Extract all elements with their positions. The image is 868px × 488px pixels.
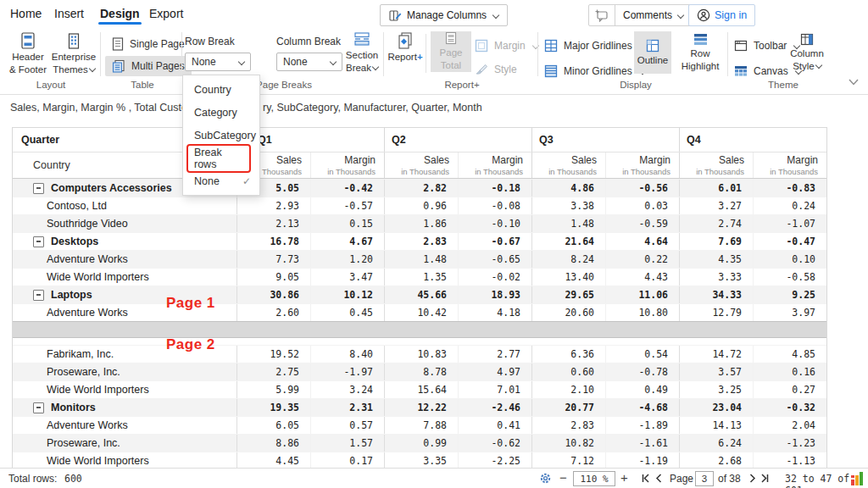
value-cell[interactable]: -0.10 <box>458 215 531 232</box>
value-cell[interactable]: 0.15 <box>310 215 384 232</box>
value-cell[interactable]: 2.83 <box>384 233 458 250</box>
value-cell[interactable]: 18.93 <box>458 286 531 303</box>
value-cell[interactable]: 0.99 <box>384 435 458 452</box>
value-cell[interactable]: 19.52 <box>236 346 310 363</box>
tab-home[interactable]: Home <box>10 7 42 20</box>
previous-page-button[interactable] <box>654 474 664 483</box>
value-cell[interactable]: 7.69 <box>679 233 753 250</box>
table-row[interactable]: Wide World Importers5.993.2415.647.012.1… <box>13 380 826 398</box>
value-cell[interactable]: 10.82 <box>531 435 605 452</box>
value-cell[interactable]: 2.60 <box>236 304 310 321</box>
value-cell[interactable]: 0.41 <box>458 417 531 434</box>
value-cell[interactable]: -4.68 <box>605 399 679 416</box>
table-row[interactable]: Adventure Works2.600.4510.424.1820.6010.… <box>13 303 826 321</box>
table-row[interactable]: Contoso, Ltd2.93-0.570.96-0.083.380.033.… <box>13 197 826 214</box>
value-cell[interactable]: 3.97 <box>753 304 826 321</box>
table-row[interactable]: Desktops16.784.672.83-0.6721.644.647.69-… <box>13 232 826 250</box>
value-cell[interactable]: 0.16 <box>753 363 826 380</box>
collapse-icon[interactable] <box>33 402 44 413</box>
value-cell[interactable]: 3.38 <box>531 197 605 214</box>
table-row[interactable]: Fabrikam, Inc.19.528.4010.832.776.360.54… <box>13 345 826 363</box>
value-cell[interactable]: 6.01 <box>679 180 753 197</box>
multi-pages-button[interactable]: Multi Pages <box>105 56 192 76</box>
row-highlight-button[interactable]: Row Highlight <box>676 33 724 73</box>
value-cell[interactable]: 8.78 <box>384 363 458 380</box>
comments-button[interactable]: Comments <box>588 4 692 26</box>
page-number-input[interactable] <box>695 471 714 486</box>
settings-gear-icon[interactable] <box>539 472 552 485</box>
zoom-out-button[interactable]: − <box>559 470 567 485</box>
value-cell[interactable]: 10.12 <box>310 286 384 303</box>
value-cell[interactable]: 3.33 <box>679 269 753 286</box>
value-cell[interactable]: -1.23 <box>753 435 826 452</box>
value-cell[interactable]: 2.74 <box>679 215 753 232</box>
column-header-q4-sales[interactable]: Salesin Thousands <box>679 152 753 178</box>
value-cell[interactable]: 10.80 <box>605 304 679 321</box>
value-cell[interactable]: 3.57 <box>679 363 753 380</box>
value-cell[interactable]: 0.57 <box>310 417 384 434</box>
row-label-cell[interactable]: Contoso, Ltd <box>13 197 236 214</box>
value-cell[interactable]: -0.02 <box>458 269 531 286</box>
column-header-q2-margin[interactable]: Marginin Thousands <box>458 152 531 178</box>
value-cell[interactable]: 4.43 <box>605 269 679 286</box>
value-cell[interactable]: 0.17 <box>310 452 384 469</box>
dropdown-item-none[interactable]: None✓ <box>183 169 259 192</box>
value-cell[interactable]: -2.25 <box>458 452 531 469</box>
value-cell[interactable]: 30.86 <box>236 286 310 303</box>
value-cell[interactable]: 10.42 <box>384 304 458 321</box>
value-cell[interactable]: 7.01 <box>458 381 531 398</box>
value-cell[interactable]: 21.64 <box>531 233 605 250</box>
value-cell[interactable]: -1.07 <box>753 215 826 232</box>
dropdown-item-break-rows[interactable]: Break rows <box>183 147 259 169</box>
value-cell[interactable]: 3.35 <box>384 452 458 469</box>
manage-columns-button[interactable]: Manage Columns <box>380 4 508 26</box>
value-cell[interactable]: -2.46 <box>458 399 531 416</box>
header-footer-button[interactable]: Header & Footer <box>7 32 49 76</box>
tab-insert[interactable]: Insert <box>54 7 84 20</box>
value-cell[interactable]: 9.25 <box>753 286 826 303</box>
table-row[interactable]: Laptops30.8610.1245.6618.9329.6511.0634.… <box>13 286 826 303</box>
value-cell[interactable]: 20.60 <box>531 304 605 321</box>
margin-button[interactable]: Margin <box>475 37 538 54</box>
row-label-cell[interactable]: Monitors <box>13 399 236 416</box>
value-cell[interactable]: 14.13 <box>679 417 753 434</box>
table-row[interactable]: Adventure Works7.731.201.48-0.658.240.22… <box>13 250 826 268</box>
table-row[interactable]: Wide World Importers9.053.471.35-0.0213.… <box>13 268 826 286</box>
value-cell[interactable]: 2.04 <box>753 417 826 434</box>
value-cell[interactable]: -1.61 <box>605 435 679 452</box>
column-header-q3-sales[interactable]: Salesin Thousands <box>531 152 605 178</box>
major-gridlines-button[interactable]: Major Gridlines <box>544 37 645 54</box>
value-cell[interactable]: -0.83 <box>753 180 826 197</box>
value-cell[interactable]: 1.20 <box>310 251 384 268</box>
value-cell[interactable]: 1.86 <box>384 215 458 232</box>
last-page-button[interactable] <box>760 474 770 483</box>
table-row[interactable]: Wide World Importers4.450.173.35-2.257.1… <box>13 452 826 469</box>
column-header-q1-margin[interactable]: Marginin Thousands <box>310 152 384 178</box>
value-cell[interactable]: -0.65 <box>458 251 531 268</box>
row-label-cell[interactable]: Adventure Works <box>13 251 236 268</box>
value-cell[interactable]: 0.49 <box>605 381 679 398</box>
value-cell[interactable]: -0.67 <box>458 233 531 250</box>
tab-design[interactable]: Design <box>100 7 140 20</box>
column-header-q2-sales[interactable]: Salesin Thousands <box>384 152 458 178</box>
value-cell[interactable]: -0.78 <box>605 363 679 380</box>
value-cell[interactable]: 0.54 <box>605 346 679 363</box>
value-cell[interactable]: 3.47 <box>310 269 384 286</box>
value-cell[interactable]: 0.22 <box>605 251 679 268</box>
zoom-in-button[interactable]: + <box>620 470 628 485</box>
value-cell[interactable]: -0.32 <box>753 399 826 416</box>
value-cell[interactable]: 45.66 <box>384 286 458 303</box>
value-cell[interactable]: -1.89 <box>605 417 679 434</box>
row-label-cell[interactable]: Desktops <box>13 233 236 250</box>
collapse-icon[interactable] <box>33 236 44 247</box>
table-row[interactable]: Proseware, Inc.8.861.570.99-0.6210.82-1.… <box>13 434 826 452</box>
value-cell[interactable]: 2.83 <box>531 417 605 434</box>
outline-button[interactable]: Outline <box>634 31 671 74</box>
enterprise-themes-button[interactable]: Enterprise Themes <box>49 32 98 76</box>
value-cell[interactable]: -1.97 <box>310 363 384 380</box>
row-label-cell[interactable]: Proseware, Inc. <box>13 435 236 452</box>
value-cell[interactable]: -0.42 <box>310 180 384 197</box>
value-cell[interactable]: 8.24 <box>531 251 605 268</box>
value-cell[interactable]: 4.35 <box>679 251 753 268</box>
value-cell[interactable]: 6.36 <box>531 346 605 363</box>
